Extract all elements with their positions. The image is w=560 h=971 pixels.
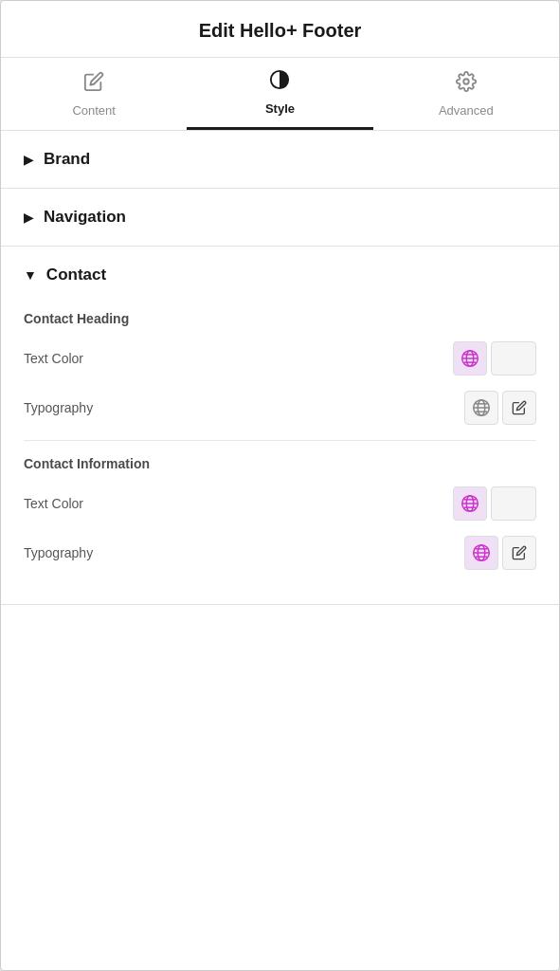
half-circle-icon xyxy=(269,69,290,96)
text-color-heading-label: Text Color xyxy=(24,351,83,366)
tabs-container: Content Style Advanced xyxy=(1,58,559,131)
brand-title: Brand xyxy=(44,150,90,169)
edit-button-typo-info[interactable] xyxy=(502,536,536,570)
edit-button-typo-heading[interactable] xyxy=(502,391,536,425)
tab-content-label: Content xyxy=(72,103,116,118)
section-brand: ▶ Brand xyxy=(1,131,559,189)
section-contact: ▼ Contact Contact Heading Text Color xyxy=(1,247,559,605)
section-contact-header[interactable]: ▼ Contact xyxy=(1,247,559,303)
tab-advanced-label: Advanced xyxy=(439,103,494,118)
gear-icon xyxy=(456,71,477,98)
section-navigation: ▶ Navigation xyxy=(1,189,559,247)
globe-button-typo-heading[interactable] xyxy=(464,391,498,425)
editor-panel: Edit Hello+ Footer Content Style xyxy=(0,0,560,971)
navigation-chevron: ▶ xyxy=(24,210,34,225)
navigation-title: Navigation xyxy=(44,208,126,227)
tab-advanced[interactable]: Advanced xyxy=(373,71,559,129)
tab-style-label: Style xyxy=(265,101,295,116)
globe-button-color-heading[interactable] xyxy=(453,341,487,376)
contact-content: Contact Heading Text Color xyxy=(1,311,559,604)
contact-title: Contact xyxy=(46,266,106,284)
subsection-divider xyxy=(24,440,536,441)
color-swatch-heading[interactable] xyxy=(491,341,536,376)
text-color-heading-controls xyxy=(453,341,536,376)
globe-button-typo-info[interactable] xyxy=(464,536,498,570)
text-color-info-label: Text Color xyxy=(24,496,83,511)
pencil-icon xyxy=(83,71,104,98)
text-color-info-controls xyxy=(453,486,536,521)
contact-information-title: Contact Information xyxy=(24,456,536,471)
tab-style[interactable]: Style xyxy=(187,69,372,130)
globe-button-color-info[interactable] xyxy=(453,486,487,521)
typography-heading-row: Typography xyxy=(24,391,536,425)
panel-title: Edit Hello+ Footer xyxy=(16,20,544,42)
typography-info-controls xyxy=(464,536,536,570)
brand-chevron: ▶ xyxy=(24,152,34,167)
svg-point-1 xyxy=(463,79,469,84)
contact-chevron: ▼ xyxy=(24,267,37,283)
section-brand-header[interactable]: ▶ Brand xyxy=(1,131,559,188)
panel-header: Edit Hello+ Footer xyxy=(1,1,559,58)
typography-heading-controls xyxy=(464,391,536,425)
section-navigation-header[interactable]: ▶ Navigation xyxy=(1,189,559,246)
text-color-info-row: Text Color xyxy=(24,486,536,521)
typography-heading-label: Typography xyxy=(24,400,93,415)
contact-heading-title: Contact Heading xyxy=(24,311,536,326)
text-color-heading-row: Text Color xyxy=(24,341,536,376)
color-swatch-info[interactable] xyxy=(491,486,536,521)
typography-info-row: Typography xyxy=(24,536,536,570)
typography-info-label: Typography xyxy=(24,545,93,560)
tab-content[interactable]: Content xyxy=(1,71,187,129)
